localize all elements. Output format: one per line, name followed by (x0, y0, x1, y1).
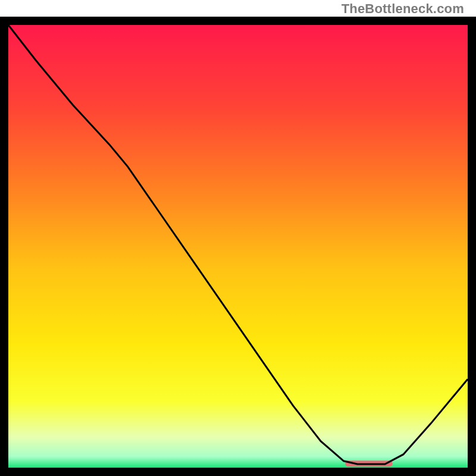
plot-background (8, 25, 468, 468)
chart-container: { "watermark": "TheBottleneck.com", "cha… (0, 0, 476, 476)
bottleneck-chart (0, 0, 476, 476)
